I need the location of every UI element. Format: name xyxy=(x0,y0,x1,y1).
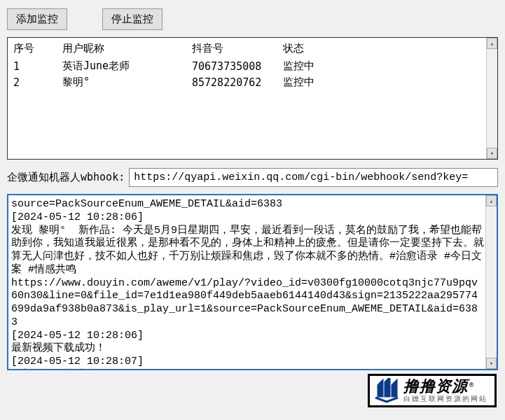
toolbar: 添加监控 停止监控 xyxy=(0,0,505,36)
add-monitor-button[interactable]: 添加监控 xyxy=(7,8,67,30)
watermark-text: 撸撸资源® 白嫖互联网资源的网站 xyxy=(403,379,487,402)
monitor-table: 序号 用户昵称 抖音号 状态 1 英语June老师 70673735008 监控… xyxy=(8,38,497,90)
table-scrollbar[interactable]: ▴ ▾ xyxy=(486,38,497,159)
logo-icon xyxy=(374,378,399,403)
cell-index: 2 xyxy=(8,74,57,90)
registered-icon: ® xyxy=(469,381,473,388)
webhook-input[interactable] xyxy=(129,168,498,187)
table-header-row: 序号 用户昵称 抖音号 状态 xyxy=(8,38,497,58)
watermark-badge: 撸撸资源® 白嫖互联网资源的网站 xyxy=(368,374,497,407)
table-row[interactable]: 2 黎明° 85728220762 监控中 xyxy=(8,74,497,90)
cell-status: 监控中 xyxy=(277,74,497,90)
watermark-title: 撸撸资源 xyxy=(403,377,468,395)
watermark-subtitle: 白嫖互联网资源的网站 xyxy=(403,396,487,402)
col-index[interactable]: 序号 xyxy=(8,38,57,58)
col-nickname[interactable]: 用户昵称 xyxy=(57,38,186,58)
webhook-label: 企微通知机器人wbhook: xyxy=(7,171,125,184)
table-row[interactable]: 1 英语June老师 70673735008 监控中 xyxy=(8,58,497,74)
col-status[interactable]: 状态 xyxy=(277,38,497,58)
scroll-down-icon[interactable]: ▾ xyxy=(486,358,497,369)
cell-index: 1 xyxy=(8,58,57,74)
webhook-row: 企微通知机器人wbhook: xyxy=(0,165,505,191)
cell-douyin-id: 70673735008 xyxy=(186,58,277,74)
monitor-table-container: 序号 用户昵称 抖音号 状态 1 英语June老师 70673735008 监控… xyxy=(7,37,498,160)
cell-nickname: 黎明° xyxy=(57,74,186,90)
log-output[interactable]: source=PackSourceEnum_AWEME_DETAIL&aid=6… xyxy=(8,195,497,369)
stop-monitor-button[interactable]: 停止监控 xyxy=(102,8,162,30)
cell-status: 监控中 xyxy=(277,58,497,74)
log-scrollbar[interactable]: ▴ ▾ xyxy=(485,195,497,369)
log-container: source=PackSourceEnum_AWEME_DETAIL&aid=6… xyxy=(7,194,498,370)
scroll-down-icon[interactable]: ▾ xyxy=(487,148,497,159)
col-douyin-id[interactable]: 抖音号 xyxy=(186,38,277,58)
cell-nickname: 英语June老师 xyxy=(57,58,186,74)
cell-douyin-id: 85728220762 xyxy=(186,74,277,90)
scroll-up-icon[interactable]: ▴ xyxy=(487,38,497,49)
scroll-up-icon[interactable]: ▴ xyxy=(486,195,497,206)
